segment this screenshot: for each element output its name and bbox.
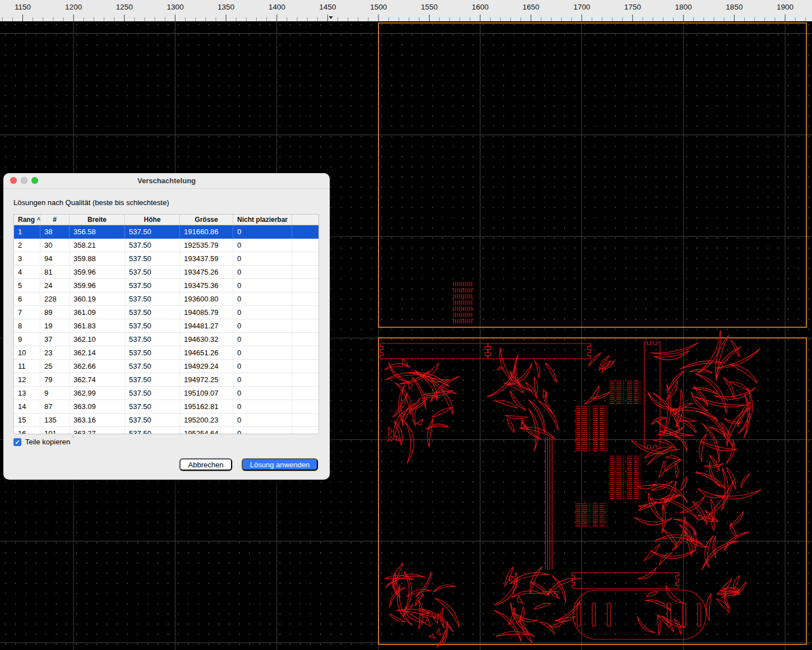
row-filler bbox=[292, 427, 319, 434]
cell: 363.16 bbox=[70, 414, 125, 426]
table-row[interactable]: 1279362.74537.50194972.250 bbox=[14, 373, 319, 387]
cell: 0 bbox=[233, 373, 292, 386]
cell: 362.74 bbox=[70, 373, 125, 386]
cell: 19 bbox=[40, 319, 70, 332]
cell: 359.96 bbox=[70, 279, 125, 292]
table-row[interactable]: 6228360.19537.50193600.800 bbox=[14, 292, 319, 306]
cell: 2 bbox=[14, 239, 40, 252]
table-row[interactable]: 819361.83537.50194481.270 bbox=[14, 319, 319, 333]
table-row[interactable]: 139362.99537.50195109.070 bbox=[14, 387, 319, 400]
apply-solution-button[interactable]: Lösung anwenden bbox=[242, 458, 318, 471]
cell: 537.50 bbox=[125, 333, 180, 346]
cell: 89 bbox=[40, 306, 70, 319]
cell: 0 bbox=[233, 319, 292, 332]
row-filler bbox=[292, 346, 319, 359]
cell: 6 bbox=[14, 292, 40, 305]
cell: 195254.64 bbox=[180, 427, 233, 434]
row-filler bbox=[292, 239, 319, 252]
cell: 537.50 bbox=[125, 225, 180, 238]
cell: 0 bbox=[233, 292, 292, 305]
cell: 362.66 bbox=[70, 360, 125, 373]
cell: 14 bbox=[14, 400, 40, 413]
cell: 363.09 bbox=[70, 400, 125, 413]
ruler-label: 1900 bbox=[777, 3, 793, 11]
ruler-label: 1300 bbox=[167, 3, 183, 11]
sort-ascending-icon: ^ bbox=[37, 217, 40, 223]
cell: 359.88 bbox=[70, 252, 125, 265]
dialog-titlebar[interactable]: Verschachtelung bbox=[3, 173, 330, 189]
cell: 0 bbox=[233, 239, 292, 252]
ruler-label: 1750 bbox=[624, 3, 641, 11]
zoom-button[interactable] bbox=[31, 177, 38, 184]
row-filler bbox=[292, 333, 319, 346]
ruler-position-marker bbox=[329, 16, 333, 19]
cell: 12 bbox=[14, 373, 40, 386]
table-row[interactable]: 138356.58537.50191660.860 bbox=[14, 225, 319, 239]
table-row[interactable]: 937362.10537.50194630.320 bbox=[14, 333, 319, 346]
minimize-button[interactable] bbox=[21, 177, 27, 184]
cell: 25 bbox=[40, 360, 70, 373]
header-filler bbox=[292, 215, 319, 225]
cell: 9 bbox=[40, 387, 70, 400]
ruler-label: 1350 bbox=[218, 3, 234, 11]
table-row[interactable]: 524359.96537.50193475.360 bbox=[14, 279, 319, 292]
cell: 193475.36 bbox=[180, 279, 233, 292]
table-row[interactable]: 1023362.14537.50194651.260 bbox=[14, 346, 319, 360]
cell: 7 bbox=[14, 306, 40, 319]
cell: 81 bbox=[40, 266, 70, 278]
dialog-title: Verschachtelung bbox=[3, 173, 330, 188]
close-button[interactable] bbox=[10, 177, 17, 184]
cell: 0 bbox=[233, 252, 292, 265]
cell: 195162.81 bbox=[180, 400, 233, 413]
column-header-5[interactable]: Grösse bbox=[180, 215, 233, 225]
column-header-6[interactable]: Nicht plazierbar bbox=[233, 215, 292, 225]
column-header-1[interactable]: Rang^ bbox=[14, 215, 40, 225]
copy-parts-label: Teile kopieren bbox=[25, 438, 70, 446]
column-header-2[interactable]: # bbox=[40, 215, 70, 225]
row-filler bbox=[292, 279, 319, 292]
table-row[interactable]: 394359.88537.50193437.590 bbox=[14, 252, 319, 266]
table-row[interactable]: 481359.96537.50193475.260 bbox=[14, 266, 319, 279]
row-filler bbox=[292, 400, 319, 413]
cell: 13 bbox=[14, 387, 40, 400]
column-header-3[interactable]: Breite bbox=[70, 215, 125, 225]
ruler-label: 1150 bbox=[15, 3, 31, 11]
ruler-scale: 1150120012501300135014001450150015501600… bbox=[0, 0, 812, 21]
cell: 24 bbox=[40, 279, 70, 292]
table-header: Rang^#BreiteHöheGrösseNicht plazierbar bbox=[14, 215, 319, 225]
cell: 193600.80 bbox=[180, 292, 233, 305]
cell: 38 bbox=[40, 225, 70, 238]
table-row[interactable]: 16101363.27537.50195254.640 bbox=[14, 427, 319, 434]
cell: 9 bbox=[14, 333, 40, 346]
cell: 537.50 bbox=[125, 306, 180, 319]
row-filler bbox=[292, 225, 319, 238]
ruler-label: 1250 bbox=[116, 3, 133, 11]
ruler-ticks bbox=[2, 15, 805, 21]
cell: 1 bbox=[14, 225, 40, 238]
cell: 0 bbox=[233, 414, 292, 426]
column-header-4[interactable]: Höhe bbox=[125, 215, 180, 225]
cell: 537.50 bbox=[125, 279, 180, 292]
cancel-button[interactable]: Abbrechen bbox=[179, 458, 232, 471]
solutions-table: Rang^#BreiteHöheGrösseNicht plazierbar 1… bbox=[13, 214, 319, 434]
cell: 194481.27 bbox=[180, 319, 233, 332]
cell: 359.96 bbox=[70, 266, 125, 278]
cell: 537.50 bbox=[125, 319, 180, 332]
table-row[interactable]: 1125362.66537.50194929.240 bbox=[14, 360, 319, 373]
row-filler bbox=[292, 373, 319, 386]
table-row[interactable]: 789361.09537.50194085.790 bbox=[14, 306, 319, 319]
ruler-label: 1700 bbox=[573, 3, 590, 11]
row-filler bbox=[292, 292, 319, 305]
table-row[interactable]: 230358.21537.50192535.790 bbox=[14, 239, 319, 252]
cell: 537.50 bbox=[125, 346, 180, 359]
cell: 363.27 bbox=[70, 427, 125, 434]
cell: 360.19 bbox=[70, 292, 125, 305]
cell: 15 bbox=[14, 414, 40, 426]
cell: 0 bbox=[233, 360, 292, 373]
table-row[interactable]: 1487363.09537.50195162.810 bbox=[14, 400, 319, 414]
cell: 4 bbox=[14, 266, 40, 278]
table-row[interactable]: 15135363.16537.50195200.230 bbox=[14, 414, 319, 427]
cell: 87 bbox=[40, 400, 70, 413]
copy-parts-checkbox[interactable]: ✓ bbox=[13, 438, 21, 446]
cell: 0 bbox=[233, 279, 292, 292]
